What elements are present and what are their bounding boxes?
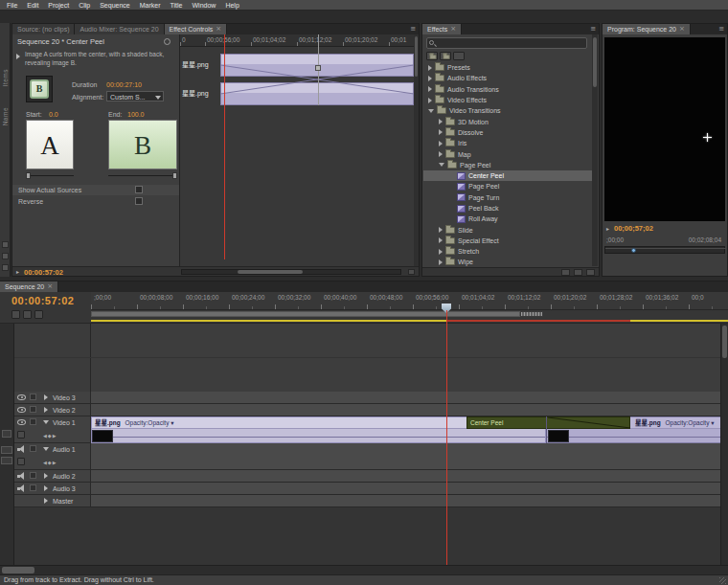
lock-slot[interactable] — [30, 445, 36, 452]
effects-view-button[interactable] — [453, 52, 465, 60]
slider-handle[interactable] — [26, 172, 31, 179]
expand-icon[interactable] — [439, 227, 443, 233]
timeline-hscrollbar[interactable] — [0, 565, 728, 574]
duration-value[interactable]: 00:00:27:10 — [106, 81, 142, 89]
effect-controls-hscrollbar[interactable] — [181, 269, 401, 275]
effects-view-button[interactable] — [426, 52, 438, 60]
track-lane-video3[interactable] — [91, 392, 728, 403]
lock-slot[interactable] — [30, 472, 36, 479]
opacity-rubber-band[interactable] — [547, 437, 727, 438]
end-value[interactable]: 100.0 — [127, 111, 145, 119]
tab-sequence[interactable]: Sequence 20 × — [0, 281, 58, 292]
effects-folder-row[interactable]: Video Transitions — [423, 105, 593, 116]
menu-item-project[interactable]: Project — [43, 0, 74, 11]
expand-icon[interactable] — [16, 54, 20, 59]
effects-item-row[interactable]: Peel Back — [423, 203, 593, 214]
tab-program[interactable]: Program: Sequence 20 × — [603, 24, 691, 34]
lock-slot[interactable] — [30, 406, 36, 413]
display-style-icon[interactable] — [2, 430, 11, 438]
scrollbar-thumb[interactable] — [2, 567, 34, 574]
timeline-vscrollbar[interactable] — [720, 324, 728, 565]
slider-handle[interactable] — [172, 172, 177, 179]
collapse-icon[interactable] — [43, 420, 49, 424]
tab-effects[interactable]: Effects × — [422, 24, 462, 34]
clip-effect-label[interactable]: Opacity:Opacity — [666, 419, 710, 426]
effects-item-row[interactable]: Page Turn — [423, 192, 593, 203]
track-lane-master[interactable] — [91, 495, 728, 506]
track-lane-video2[interactable] — [91, 404, 728, 416]
end-slider[interactable] — [108, 172, 177, 179]
expand-icon[interactable] — [439, 151, 443, 157]
docked-panel-icon[interactable] — [2, 241, 9, 248]
menu-item-title[interactable]: Title — [166, 0, 188, 11]
lock-slot[interactable] — [30, 394, 36, 400]
collapse-icon[interactable] — [428, 109, 434, 113]
menu-item-edit[interactable]: Edit — [22, 0, 43, 11]
lock-slot[interactable] — [30, 418, 36, 425]
tab-effect-controls[interactable]: Effect Controls × — [165, 24, 228, 34]
menu-item-sequence[interactable]: Sequence — [95, 0, 135, 11]
effects-search-input[interactable] — [426, 37, 587, 49]
toggle-output-eye-icon[interactable] — [17, 394, 26, 400]
rail-label-items[interactable]: Items — [2, 69, 9, 86]
opacity-rubber-band[interactable] — [92, 437, 545, 438]
expand-icon[interactable] — [428, 76, 432, 81]
speaker-icon[interactable] — [17, 472, 26, 480]
chevron-down-icon[interactable]: ▾ — [171, 419, 173, 427]
effects-folder-row[interactable]: Iris — [423, 138, 593, 148]
audio-keyframe-icon[interactable] — [1, 457, 12, 464]
display-style-icon[interactable] — [17, 431, 25, 439]
panel-menu-icon[interactable]: ≡ — [716, 24, 727, 34]
keyframe-nav-icons[interactable]: ◀◆▶ — [43, 433, 57, 439]
expand-icon[interactable] — [44, 407, 48, 413]
menu-item-window[interactable]: Window — [187, 0, 220, 11]
menu-item-clip[interactable]: Clip — [74, 0, 95, 11]
track-lane-video1[interactable]: 星星.png Opacity:Opacity ▾ 星星.png Opacity:… — [91, 416, 728, 442]
panel-menu-icon[interactable]: ≡ — [407, 24, 419, 34]
close-icon[interactable]: × — [450, 26, 456, 33]
chevron-down-icon[interactable]: ▾ — [711, 419, 714, 427]
close-icon[interactable]: × — [216, 26, 221, 33]
show-actual-sources-checkbox[interactable] — [135, 186, 143, 193]
effects-folder-row[interactable]: Wipe — [423, 257, 593, 267]
effects-folder-row[interactable]: Video Effects — [423, 95, 593, 105]
menu-item-file[interactable]: File — [2, 0, 22, 11]
effects-item-row[interactable]: Center Peel — [423, 170, 593, 181]
expand-icon[interactable] — [439, 119, 443, 124]
scrollbar-thumb[interactable] — [238, 270, 303, 274]
mixdown-icon[interactable] — [34, 310, 43, 319]
zoom-icon[interactable] — [408, 269, 415, 275]
expand-icon[interactable] — [439, 259, 443, 265]
expand-icon[interactable] — [44, 485, 48, 491]
tab-source[interactable]: Source: (no clips) — [12, 24, 75, 34]
docked-panel-icon[interactable] — [2, 264, 9, 271]
scrub-knob[interactable] — [631, 248, 636, 253]
effect-controls-vscrollbar[interactable] — [414, 34, 419, 266]
effects-view-button[interactable] — [440, 52, 451, 60]
tab-audio-mixer[interactable]: Audio Mixer: Sequence 20 — [75, 24, 164, 34]
speaker-icon[interactable] — [17, 484, 26, 492]
play-icon[interactable]: ▸ — [16, 268, 19, 275]
panel-menu-icon[interactable]: ≡ — [587, 24, 599, 34]
snap-toggle-icon[interactable] — [11, 310, 20, 319]
expand-icon[interactable] — [428, 65, 432, 71]
new-custom-bin-icon[interactable] — [561, 269, 570, 276]
work-area-handle[interactable] — [520, 311, 543, 317]
transition-clip[interactable]: Center Peel — [466, 416, 630, 429]
mini-edit-handle[interactable] — [315, 65, 321, 71]
expand-icon[interactable] — [439, 141, 443, 146]
effects-item-row[interactable]: Roll Away — [423, 214, 593, 224]
effects-folder-row[interactable]: Page Peel — [423, 160, 593, 170]
keyframe-nav-icons[interactable]: ◀◆▶ — [43, 460, 57, 465]
expand-icon[interactable] — [428, 98, 432, 103]
effects-folder-row[interactable]: Dissolve — [423, 127, 593, 138]
program-scrubbar[interactable] — [604, 246, 725, 254]
mini-playhead[interactable] — [224, 34, 225, 259]
menu-item-marker[interactable]: Marker — [135, 0, 166, 11]
effects-folder-row[interactable]: Special Effect — [423, 236, 593, 246]
set-marker-icon[interactable] — [23, 310, 32, 319]
expand-icon[interactable] — [44, 394, 48, 400]
collapse-icon[interactable] — [439, 163, 444, 167]
panel-timecode[interactable]: 00:00:57:02 — [24, 268, 63, 277]
menu-item-help[interactable]: Help — [220, 0, 243, 11]
